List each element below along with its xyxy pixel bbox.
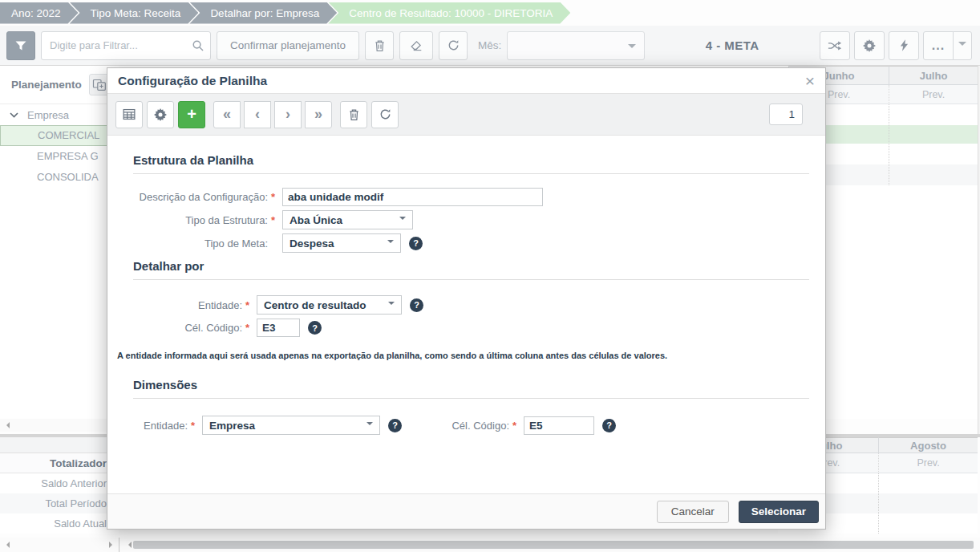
lightning-icon (900, 39, 909, 51)
scroll-left-icon[interactable] (125, 542, 132, 548)
tipo-meta-select[interactable]: Despesa (282, 233, 401, 253)
chevron-down-icon (628, 44, 636, 52)
eraser-icon (410, 39, 423, 52)
help-icon[interactable]: ? (410, 298, 423, 312)
descricao-input[interactable] (282, 188, 543, 206)
help-icon[interactable]: ? (409, 237, 423, 250)
gear-icon (863, 39, 876, 52)
totalizer-header: Totalizador (0, 453, 119, 473)
total-row-total-periodo[interactable]: Total Período (0, 493, 119, 513)
delete-config-button[interactable] (340, 101, 367, 128)
filter-search-input[interactable] (41, 31, 211, 60)
tipo-estrutura-select[interactable]: Aba Única (282, 210, 413, 229)
next-page-button[interactable]: › (274, 101, 302, 128)
tree-header-empresa[interactable]: Empresa (0, 104, 119, 125)
left-panel: Planejamento Empresa COMERCIAL EMPRESA G… (0, 66, 119, 419)
select-button[interactable]: Selecionar (739, 501, 819, 523)
tree-row-empresa-g[interactable]: EMPRESA G (0, 146, 119, 167)
required-icon: * (271, 214, 278, 226)
caret-down-icon (366, 422, 373, 428)
bottom-header-spacer (0, 437, 119, 453)
top-horizontal-scrollbar[interactable] (0, 419, 119, 432)
more-button[interactable]: ... (923, 31, 954, 60)
more-dropdown-button[interactable] (953, 31, 972, 60)
page-counter[interactable]: 1 (769, 104, 803, 125)
delete-button[interactable] (365, 31, 394, 60)
clear-button[interactable] (399, 31, 433, 60)
refresh-config-button[interactable] (371, 101, 399, 128)
tree-row-consolida[interactable]: CONSOLIDA (0, 167, 119, 188)
form-row-tipo-meta: Tipo de Meta: * Despesa ? (107, 233, 825, 253)
required-icon: * (512, 420, 520, 432)
column-header[interactable]: Agosto (878, 437, 978, 453)
copy-plus-icon (92, 79, 107, 91)
refresh-button[interactable] (439, 31, 468, 60)
scroll-left-icon[interactable] (3, 542, 10, 548)
section-heading-estrutura: Estrutura da Planilha (133, 153, 809, 174)
dimensao-entidade-select[interactable]: Empresa (202, 416, 380, 435)
tipo-meta-label: Tipo de Meta: (107, 237, 268, 250)
add-config-button[interactable]: + (178, 101, 205, 128)
form-row-tipo-estrutura: Tipo da Estrutura: * Aba Única (107, 210, 825, 229)
tipo-estrutura-label: Tipo da Estrutura: (107, 214, 268, 226)
help-icon[interactable]: ? (388, 419, 402, 432)
planning-tab[interactable]: Planejamento (0, 66, 119, 104)
settings-button[interactable] (854, 31, 885, 60)
scroll-left-icon[interactable] (3, 422, 10, 428)
more-split-button: ... (923, 31, 972, 60)
caret-down-icon (388, 302, 395, 308)
breadcrumb: Ano: 2022 Tipo Meta: Receita Detalhar po… (0, 0, 570, 26)
detalhar-cel-input[interactable] (257, 319, 300, 337)
app-screen: Ano: 2022 Tipo Meta: Receita Detalhar po… (0, 0, 980, 552)
required-icon: * (245, 322, 253, 334)
horizontal-scrollbar-thumb[interactable] (133, 541, 974, 549)
breadcrumb-tipo-meta[interactable]: Tipo Meta: Receita (70, 2, 199, 24)
breadcrumb-detalhar-por[interactable]: Detalhar por: Empresa (189, 2, 337, 24)
grid-cell[interactable] (878, 513, 978, 534)
tree-row-comercial[interactable]: COMERCIAL (0, 125, 119, 146)
total-row-saldo-anterior[interactable]: Saldo Anterior (0, 473, 119, 493)
dimensao-cel-input[interactable] (524, 416, 594, 435)
dialog-body: Estrutura da Planilha Descrição da Confi… (107, 153, 825, 511)
help-icon[interactable]: ? (308, 321, 322, 335)
list-config-button[interactable] (115, 101, 143, 128)
shuffle-button[interactable] (820, 31, 850, 60)
breadcrumb-centro-resultado[interactable]: Centro de Resultado: 10000 - DIRETORIA (328, 2, 570, 24)
required-icon: * (245, 299, 253, 311)
config-planilha-dialog: Configuração de Planilha × + « ‹ › » 1 (107, 67, 826, 530)
grid-cell[interactable] (878, 493, 978, 513)
caret-down-icon (387, 240, 394, 246)
previous-page-button[interactable]: ‹ (244, 101, 271, 128)
column-subheader: Prev. (878, 453, 978, 473)
cancel-button[interactable]: Cancelar (657, 501, 729, 523)
trash-icon (374, 39, 386, 52)
close-icon[interactable]: × (805, 72, 815, 89)
month-label: Mês: (478, 39, 501, 51)
filter-button[interactable] (6, 31, 35, 60)
total-row-saldo-atual[interactable]: Saldo Atual (0, 513, 119, 534)
scroll-right-icon[interactable] (109, 542, 115, 548)
column-divider (889, 104, 889, 185)
first-page-button[interactable]: « (213, 101, 241, 128)
main-toolbar: Confirmar planejamento Mês: 4 - META (0, 26, 980, 66)
config-settings-button[interactable] (147, 101, 174, 128)
grid-cell[interactable] (878, 473, 978, 493)
descricao-label: Descrição da Configuração: (107, 191, 268, 203)
table-icon (123, 108, 136, 120)
cel-codigo-label: Cél. Código: (107, 322, 242, 334)
detalhar-entidade-select[interactable]: Centro de resultado (257, 295, 402, 315)
toolbar-right-group: ... (820, 31, 972, 60)
form-row-descricao: Descrição da Configuração: * (107, 188, 825, 206)
month-select[interactable] (507, 31, 645, 60)
scrollbar-divider (119, 538, 119, 552)
filter-search (41, 31, 211, 60)
actions-button[interactable] (889, 31, 919, 60)
confirm-planning-button[interactable]: Confirmar planejamento (217, 31, 359, 60)
section-heading-detalhar: Detalhar por (133, 259, 809, 280)
breadcrumb-ano[interactable]: Ano: 2022 (0, 2, 79, 24)
gear-icon (154, 108, 167, 121)
column-header[interactable]: Julho (889, 66, 978, 85)
help-icon[interactable]: ? (602, 419, 616, 432)
last-page-button[interactable]: » (305, 101, 332, 128)
form-row-dimensoes: Entidade: * Empresa ? Cél. Código: * ? (107, 416, 825, 435)
